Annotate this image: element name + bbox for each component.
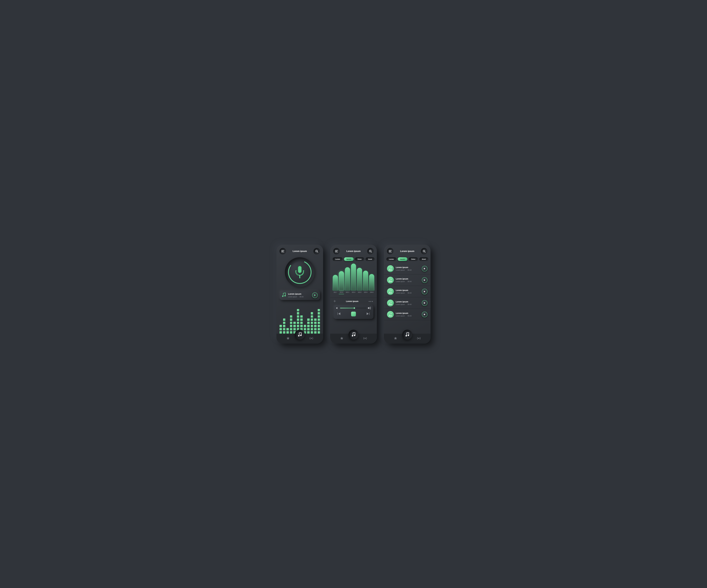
image-icon <box>388 278 393 282</box>
search-icon <box>315 250 318 253</box>
chart-bars[interactable] <box>331 264 376 290</box>
track-subtitle: Lorem ipsum <box>396 315 405 317</box>
track-subtitle: Lorem ipsum <box>396 281 405 282</box>
stop-button[interactable] <box>351 312 356 316</box>
nav-favorites[interactable] <box>394 337 397 341</box>
category-tabs: LoremIpsumDolorAmet <box>330 256 377 263</box>
frequency-bar[interactable] <box>357 268 362 290</box>
svg-point-22 <box>408 335 409 336</box>
play-button[interactable] <box>422 312 428 317</box>
frequency-label: 101.7 <box>333 291 338 293</box>
screen-recorder: Lorem ipsum <box>276 245 323 344</box>
track-info: Lorem ipsumLorem ipsum05:43 <box>396 266 420 271</box>
track-title: Lorem ipsum <box>396 289 420 291</box>
previous-button[interactable] <box>338 312 340 316</box>
frequency-chart: 101.7101.8102.3102.6102.8103.6104.6 <box>330 263 377 295</box>
tab-ipsum[interactable]: Ipsum <box>344 257 354 261</box>
more-button[interactable]: ●●● <box>369 300 373 302</box>
image-icon <box>388 301 393 305</box>
svg-point-13 <box>354 335 355 336</box>
screen-radio: Lorem ipsum LoremIpsumDolorAmet 101.7101… <box>330 245 377 344</box>
nav-music[interactable] <box>348 330 359 340</box>
track-row[interactable]: Lorem ipsumLorem ipsum05:43 <box>384 263 431 274</box>
track-time: 05:43 <box>408 269 412 271</box>
nav-broadcast[interactable] <box>417 337 421 340</box>
tab-lorem[interactable]: Lorem <box>333 257 343 261</box>
music-note-icon <box>282 293 286 298</box>
nav-favorites[interactable] <box>286 337 290 341</box>
nav-music[interactable] <box>402 330 412 340</box>
volume-knob[interactable] <box>354 307 355 309</box>
track-info: Lorem ipsumLorem ipsum05:43 <box>396 301 420 305</box>
frequency-bar[interactable] <box>369 274 374 290</box>
skip-previous-icon <box>338 312 340 315</box>
frequency-bar[interactable] <box>339 271 344 290</box>
nav-broadcast[interactable] <box>363 337 367 340</box>
frequency-bar[interactable] <box>333 275 338 290</box>
search-button[interactable] <box>367 248 374 254</box>
play-button[interactable] <box>422 266 428 272</box>
track-thumbnail <box>387 277 394 283</box>
frequency-label: 102.6 <box>351 291 356 293</box>
music-note-icon <box>351 333 356 337</box>
track-list[interactable]: Lorem ipsumLorem ipsum05:43Lorem ipsumLo… <box>384 263 431 334</box>
tab-dolor[interactable]: Dolor <box>355 257 364 261</box>
track-row[interactable]: Lorem ipsumLorem ipsum05:43 <box>384 274 431 286</box>
chart-selection-underline <box>333 294 374 294</box>
play-button[interactable] <box>422 300 428 306</box>
menu-button[interactable] <box>387 248 394 254</box>
image-icon <box>388 312 393 316</box>
record-button[interactable] <box>285 257 314 287</box>
track-row[interactable]: Lorem ipsumLorem ipsum05:43 <box>384 286 431 297</box>
menu-button[interactable] <box>279 248 286 254</box>
now-playing-card[interactable]: Lorem ipsum Lorem ipsum 05:43 <box>279 290 320 300</box>
frequency-bar[interactable] <box>351 264 356 290</box>
tab-lorem[interactable]: Lorem <box>386 257 396 261</box>
play-button[interactable] <box>422 277 428 283</box>
play-icon <box>424 268 426 270</box>
search-button[interactable] <box>313 248 320 254</box>
menu-icon <box>335 250 338 252</box>
tab-amet[interactable]: Amet <box>366 257 375 261</box>
track-row[interactable]: Lorem ipsumLorem ipsum05:43 <box>384 309 431 320</box>
track-title: Lorem ipsum <box>396 312 420 314</box>
volume-slider[interactable] <box>340 308 366 308</box>
track-subtitle: Lorem ipsum <box>396 269 405 271</box>
eq-column <box>294 322 296 334</box>
play-button[interactable] <box>312 292 318 298</box>
broadcast-icon <box>309 337 313 340</box>
category-tabs: LoremIpsumDolorAmet <box>384 256 431 263</box>
skip-next-icon <box>367 312 369 315</box>
track-subtitle: Lorem ipsum <box>396 304 405 305</box>
broadcast-icon <box>363 337 367 340</box>
tab-ipsum[interactable]: Ipsum <box>398 257 407 261</box>
menu-button[interactable] <box>333 248 340 254</box>
track-info: Lorem ipsumLorem ipsum05:43 <box>396 289 420 294</box>
add-button[interactable] <box>334 300 336 303</box>
eq-column <box>279 325 282 334</box>
progress-ring <box>285 257 314 287</box>
frequency-bar[interactable] <box>345 267 350 290</box>
svg-point-20 <box>391 313 392 314</box>
track-row[interactable]: Lorem ipsumLorem ipsum05:43 <box>384 297 431 309</box>
track-title: Lorem ipsum <box>396 278 420 280</box>
header-title: Lorem ipsum <box>293 250 307 252</box>
now-playing-time: 05:43 <box>300 296 304 298</box>
svg-point-2 <box>285 257 314 287</box>
tab-dolor[interactable]: Dolor <box>409 257 418 261</box>
nav-broadcast[interactable] <box>309 337 313 340</box>
track-time: 05:43 <box>408 304 412 305</box>
next-button[interactable] <box>367 312 369 316</box>
nav-favorites[interactable] <box>340 337 344 341</box>
search-button[interactable] <box>421 248 428 254</box>
track-subtitle: Lorem ipsum <box>396 292 405 294</box>
frequency-bar[interactable] <box>363 271 368 290</box>
image-icon <box>388 267 393 271</box>
play-button[interactable] <box>422 289 428 295</box>
track-time: 05:43 <box>408 292 412 294</box>
nav-music[interactable] <box>295 330 305 340</box>
music-note-icon <box>298 333 302 337</box>
svg-point-16 <box>391 267 392 269</box>
tab-amet[interactable]: Amet <box>419 257 429 261</box>
track-info: Lorem ipsumLorem ipsum05:43 <box>396 312 420 317</box>
